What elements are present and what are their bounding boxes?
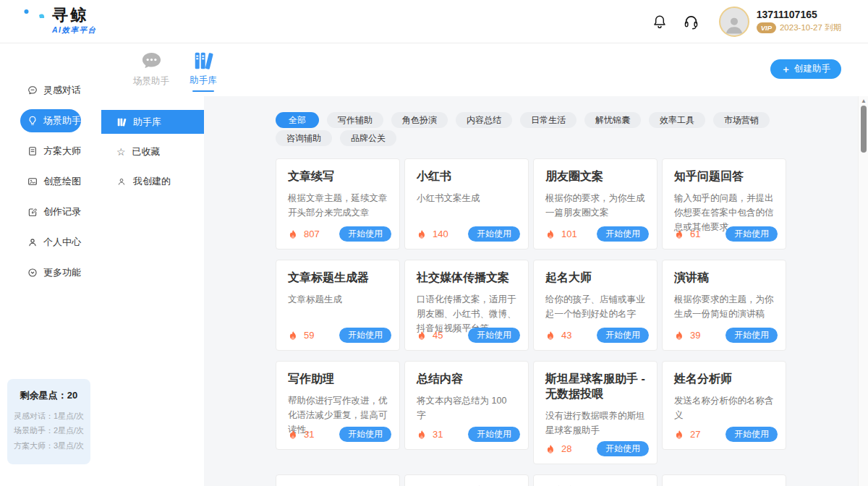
popularity: 61 (674, 229, 700, 239)
create-assistant-button[interactable]: ＋ 创建助手 (770, 59, 841, 79)
library-item-my-created[interactable]: 我创建的 (101, 169, 204, 193)
assistant-card[interactable]: 社交媒体传播文案 口语化传播文案，适用于朋友圈、小红书、微博、抖音短视频平台等 … (404, 260, 529, 351)
filter-chip-advice[interactable]: 解忧锦囊 (584, 112, 641, 128)
user-account[interactable]: 13711107165 VIP 2023-10-27 到期 (719, 7, 841, 37)
popularity-count: 101 (561, 229, 577, 239)
library-item-favorites[interactable]: ☆ 已收藏 (101, 140, 204, 163)
start-using-button[interactable]: 开始使用 (597, 226, 649, 242)
card-description: 发送名称分析你的名称含义 (674, 393, 774, 423)
assistant-card[interactable]: 写作助理 帮助你进行写作改进，优化语法减少重复，提高可读性。 31 开始使用 (276, 361, 400, 450)
vip-badge: VIP (757, 22, 776, 33)
assistant-card[interactable]: 小红书 小红书文案生成 140 开始使用 (404, 158, 529, 250)
sidebar-item-creation-history[interactable]: 创作记录 (20, 200, 81, 223)
start-using-button[interactable]: 开始使用 (468, 427, 520, 442)
start-using-button[interactable]: 开始使用 (597, 441, 649, 456)
more-features-icon (27, 267, 38, 278)
assistant-card[interactable]: 起名大师 给你的孩子、店铺或事业起一个恰到好处的名字 43 开始使用 (533, 260, 658, 351)
filter-chip-daily-life[interactable]: 日常生活 (520, 112, 576, 128)
card-description: 文章标题生成 (288, 292, 388, 307)
logo-subtitle: AI效率平台 (52, 25, 97, 35)
vip-expiry: 2023-10-27 到期 (780, 22, 841, 33)
sidebar-item-label: 个人中心 (43, 236, 81, 249)
start-using-button[interactable]: 开始使用 (726, 427, 778, 442)
assistant-card[interactable]: 文章标题生成器 文章标题生成 59 开始使用 (276, 260, 400, 351)
filter-chip-productivity[interactable]: 效率工具 (649, 112, 705, 128)
card-title: 演讲稿 (674, 270, 774, 286)
assistant-card[interactable]: 姓名分析师 发送名称分析你的名称含义 27 开始使用 (662, 361, 786, 450)
start-using-button[interactable]: 开始使用 (339, 226, 391, 242)
assistant-card[interactable]: 朋友圈文案 根据你的要求，为你生成一篇朋友圈文案 101 开始使用 (533, 158, 658, 250)
assistant-card[interactable]: 文章续写 根据文章主题，延续文章开头部分来完成文章 807 开始使用 (276, 158, 400, 250)
sidebar-item-creative-drawing[interactable]: 创意绘图 (20, 170, 81, 193)
tab-underline (140, 91, 162, 93)
vertical-scrollbar[interactable]: ▲ (858, 96, 868, 486)
card-description: 根据你的要求，为你生成一篇朋友圈文案 (545, 191, 645, 221)
scrollbar-thumb[interactable] (861, 106, 867, 153)
popularity: 31 (288, 429, 314, 440)
start-using-button[interactable]: 开始使用 (339, 427, 391, 442)
assistant-card[interactable]: 知乎问题回答 输入知乎的问题，并提出你想要在答案中包含的信息或其他要求 61 开… (662, 158, 786, 250)
sidebar-item-scene-assistant[interactable]: 场景助手 (20, 109, 81, 132)
assistant-card[interactable]: 演讲稿 根据你要求的主题，为你生成一份简短的演讲稿 39 开始使用 (662, 260, 786, 351)
assistant-card-partial[interactable]: 社交媒体文案 (404, 474, 529, 486)
filter-chip-roleplay[interactable]: 角色扮演 (391, 112, 448, 128)
card-description: 给你的孩子、店铺或事业起一个恰到好处的名字 (545, 292, 645, 322)
filter-row-1: 全部 写作辅助 角色扮演 内容总结 日常生活 解忧锦囊 效率工具 市场营销 (276, 112, 796, 128)
filter-chip-all[interactable]: 全部 (276, 112, 319, 128)
library-item-assistant-library[interactable]: 助手库 (101, 110, 204, 134)
start-using-button[interactable]: 开始使用 (468, 328, 520, 343)
card-title: 文章续写 (288, 169, 388, 184)
tab-label: 助手库 (190, 74, 217, 87)
filter-chip-writing[interactable]: 写作辅助 (327, 112, 383, 128)
sidebar-item-plan-master[interactable]: 方案大师 (20, 140, 81, 163)
popularity: 140 (417, 229, 448, 239)
user-phone: 13711107165 (757, 9, 841, 20)
points-rate-chat: 灵感对话：1星点/次 (10, 409, 88, 423)
filter-chip-summary[interactable]: 内容总结 (456, 112, 512, 128)
sidebar-item-more-features[interactable]: 更多功能 (20, 261, 81, 284)
tab-assistant-library[interactable]: 助手库 (177, 43, 229, 96)
scene-assistant-tab-icon (140, 50, 163, 72)
card-title: 知乎问题回答 (674, 169, 774, 184)
filter-chip-consulting[interactable]: 咨询辅助 (276, 130, 332, 146)
tab-scene-assistant[interactable]: 场景助手 (125, 43, 177, 96)
card-description: 将文本内容总结为 100 字 (417, 393, 516, 423)
popularity-count: 27 (690, 429, 700, 440)
start-using-button[interactable]: 开始使用 (468, 226, 520, 242)
sidebar-item-inspiration-chat[interactable]: 灵感对话 (20, 79, 81, 102)
card-title: 社交媒体传播文案 (417, 270, 516, 286)
scroll-up-arrow-icon[interactable]: ▲ (859, 98, 868, 104)
assistant-card[interactable]: 斯坦星球客服助手 - 无数据投喂 没有进行数据喂养的斯坦星球客服助手 28 开始… (533, 361, 658, 464)
points-remaining: 剩余星点：20 (10, 389, 88, 402)
avatar (719, 7, 749, 37)
flame-icon (674, 331, 684, 341)
library-item-label: 助手库 (133, 116, 161, 129)
books-icon (116, 117, 127, 127)
flame-icon (674, 430, 684, 440)
start-using-button[interactable]: 开始使用 (726, 226, 778, 242)
assistant-card-partial[interactable]: 中英文互译 (276, 474, 400, 486)
start-using-button[interactable]: 开始使用 (597, 328, 649, 343)
assistant-card-grid: 文章续写 根据文章主题，延续文章开头部分来完成文章 807 开始使用 小红书 小… (276, 158, 796, 486)
sidebar-item-label: 更多功能 (43, 266, 81, 279)
assistant-card-partial[interactable]: 新词词典 (533, 474, 658, 486)
popularity: 59 (288, 330, 314, 341)
sidebar-item-personal-center[interactable]: 个人中心 (20, 231, 81, 254)
image-icon (27, 176, 38, 187)
support-button[interactable] (683, 13, 699, 30)
filter-chip-marketing[interactable]: 市场营销 (713, 112, 770, 128)
library-item-label: 我创建的 (133, 175, 171, 188)
assistant-library-tab-icon (192, 50, 214, 72)
flame-icon (545, 331, 556, 341)
popularity: 43 (545, 330, 571, 341)
assistant-card-partial[interactable]: 心得体会 (662, 474, 786, 486)
assistant-card[interactable]: 总结内容 将文本内容总结为 100 字 31 开始使用 (404, 361, 529, 450)
card-description: 根据你要求的主题，为你生成一份简短的演讲稿 (674, 292, 774, 322)
popularity: 27 (674, 429, 700, 440)
filter-chip-brand-pr[interactable]: 品牌公关 (340, 130, 396, 146)
start-using-button[interactable]: 开始使用 (726, 328, 778, 343)
library-item-label: 已收藏 (132, 145, 161, 158)
notifications-button[interactable] (652, 13, 668, 30)
card-title: 姓名分析师 (674, 372, 774, 387)
start-using-button[interactable]: 开始使用 (339, 328, 391, 343)
